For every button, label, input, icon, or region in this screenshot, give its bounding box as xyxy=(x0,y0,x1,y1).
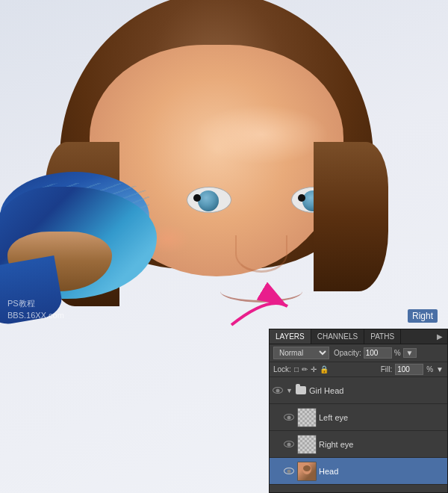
visibility-right-eye[interactable] xyxy=(283,439,295,450)
layer-row-girl-head[interactable]: ▼ Girl Head xyxy=(270,377,447,404)
fill-label: Fill: xyxy=(381,365,393,373)
fill-pct: % xyxy=(426,365,433,373)
watermark: PS教程 BBS.16XX.com xyxy=(7,298,64,321)
fill-input[interactable] xyxy=(395,364,423,375)
canvas: PS教程 BBS.16XX.com LAYERS CHANNELS PATHS … xyxy=(0,0,448,493)
fill-arrow[interactable]: ▼ xyxy=(436,365,444,373)
visibility-head[interactable] xyxy=(283,466,295,477)
thumb-right-eye xyxy=(297,435,317,454)
layer-name-left-eye: Left eye xyxy=(319,413,445,422)
lock-label: Lock: xyxy=(273,365,291,373)
panel-menu-arrow[interactable]: ▶ xyxy=(432,329,447,344)
blend-mode-select[interactable]: Normal xyxy=(273,347,329,359)
tab-channels[interactable]: CHANNELS xyxy=(311,329,364,344)
layer-row-left-eye[interactable]: Left eye xyxy=(270,404,447,431)
right-label: Right xyxy=(408,309,438,323)
watermark-line2: BBS.16XX.com xyxy=(7,310,64,321)
layer-name-head: Head xyxy=(319,467,445,476)
visibility-girl-head[interactable] xyxy=(272,385,284,396)
folder-icon-girl-head xyxy=(295,385,307,396)
svg-point-2 xyxy=(303,465,311,471)
forehead-highlight xyxy=(194,105,329,164)
blend-opacity-row: Normal Opacity: % ▼ xyxy=(270,344,447,362)
lock-transparent-icon[interactable]: □ xyxy=(294,365,299,373)
visibility-left-eye[interactable] xyxy=(283,412,295,423)
layer-name-girl-head: Girl Head xyxy=(309,386,445,395)
lock-all-icon[interactable]: 🔒 xyxy=(320,365,329,373)
lock-image-icon[interactable]: ✏ xyxy=(302,365,308,373)
thumb-left-eye xyxy=(297,408,317,427)
head-thumb-icon xyxy=(298,462,316,480)
hair-right xyxy=(314,142,388,291)
layer-row-head[interactable]: Head xyxy=(270,458,447,485)
layers-panel: LAYERS CHANNELS PATHS ▶ Normal Opacity: … xyxy=(269,329,448,493)
watermark-line1: PS教程 xyxy=(7,298,64,309)
thumb-head xyxy=(297,462,317,481)
layer-list: ▼ Girl Head Left eye Right xyxy=(270,377,447,485)
tab-paths[interactable]: PATHS xyxy=(364,329,401,344)
opacity-input[interactable] xyxy=(364,347,392,359)
lock-fill-row: Lock: □ ✏ ✛ 🔒 Fill: % ▼ xyxy=(270,362,447,377)
lock-position-icon[interactable]: ✛ xyxy=(311,365,317,373)
pink-arrow-indicator xyxy=(224,280,299,332)
layer-row-right-eye[interactable]: Right eye xyxy=(270,431,447,458)
opacity-label: Opacity: xyxy=(334,349,361,357)
opacity-pct: % xyxy=(394,349,401,357)
expand-arrow-girl-head[interactable]: ▼ xyxy=(286,387,293,394)
layer-name-right-eye: Right eye xyxy=(319,440,445,449)
nose-shape xyxy=(235,235,287,273)
opacity-arrow[interactable]: ▼ xyxy=(403,348,417,358)
